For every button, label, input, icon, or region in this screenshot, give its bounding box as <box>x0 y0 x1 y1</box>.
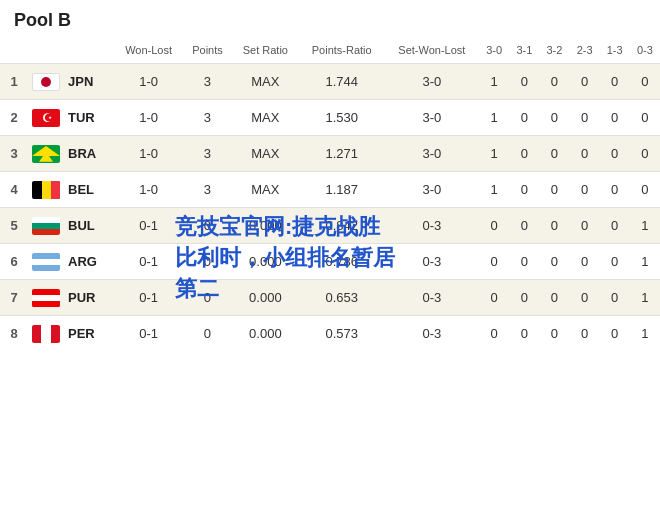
s13-cell: 0 <box>600 316 630 352</box>
won-lost-cell: 1-0 <box>114 64 183 100</box>
s23-cell: 0 <box>570 280 600 316</box>
rank-cell: 4 <box>0 172 28 208</box>
pool-title: Pool B <box>0 0 660 37</box>
s13-cell: 0 <box>600 208 630 244</box>
won-lost-cell: 0-1 <box>114 280 183 316</box>
s31-cell: 0 <box>509 100 539 136</box>
flag-cell <box>28 100 64 136</box>
s31-cell: 0 <box>509 136 539 172</box>
s30-cell: 0 <box>479 208 509 244</box>
header-s13: 1-3 <box>600 37 630 64</box>
bra-flag <box>32 145 60 163</box>
points-ratio-cell: 0.842 <box>299 208 385 244</box>
s13-cell: 0 <box>600 136 630 172</box>
points-cell: 3 <box>183 136 232 172</box>
s23-cell: 0 <box>570 172 600 208</box>
set-ratio-cell: 0.000 <box>232 316 299 352</box>
header-points-ratio: Points-Ratio <box>299 37 385 64</box>
table-row: 4BEL1-03MAX1.1873-0100000 <box>0 172 660 208</box>
won-lost-cell: 1-0 <box>114 136 183 172</box>
header-s23: 2-3 <box>570 37 600 64</box>
s23-cell: 0 <box>570 136 600 172</box>
points-ratio-cell: 0.786 <box>299 244 385 280</box>
points-ratio-cell: 1.530 <box>299 100 385 136</box>
s30-cell: 1 <box>479 64 509 100</box>
s31-cell: 0 <box>509 64 539 100</box>
set-won-lost-cell: 0-3 <box>385 280 480 316</box>
s32-cell: 0 <box>539 64 569 100</box>
header-s32: 3-2 <box>539 37 569 64</box>
s32-cell: 0 <box>539 172 569 208</box>
s32-cell: 0 <box>539 280 569 316</box>
s03-cell: 1 <box>630 280 660 316</box>
won-lost-cell: 1-0 <box>114 172 183 208</box>
flag-cell <box>28 244 64 280</box>
points-cell: 3 <box>183 172 232 208</box>
bul-flag <box>32 217 60 235</box>
team-name-cell: BEL <box>64 172 114 208</box>
won-lost-cell: 0-1 <box>114 316 183 352</box>
points-ratio-cell: 0.573 <box>299 316 385 352</box>
pur-flag <box>32 289 60 307</box>
s03-cell: 0 <box>630 172 660 208</box>
s32-cell: 0 <box>539 136 569 172</box>
set-ratio-cell: 0.000 <box>232 244 299 280</box>
s13-cell: 0 <box>600 172 630 208</box>
flag-cell <box>28 316 64 352</box>
header-set-ratio: Set Ratio <box>232 37 299 64</box>
flag-cell <box>28 136 64 172</box>
header-points: Points <box>183 37 232 64</box>
s31-cell: 0 <box>509 244 539 280</box>
bel-flag <box>32 181 60 199</box>
set-ratio-cell: 0.000 <box>232 280 299 316</box>
s23-cell: 0 <box>570 64 600 100</box>
rank-cell: 8 <box>0 316 28 352</box>
table-row: 5BUL0-100.0000.8420-3000001 <box>0 208 660 244</box>
table-row: 3BRA1-03MAX1.2713-0100000 <box>0 136 660 172</box>
header-rank <box>0 37 28 64</box>
set-won-lost-cell: 3-0 <box>385 64 480 100</box>
s32-cell: 0 <box>539 244 569 280</box>
team-name-cell: BUL <box>64 208 114 244</box>
set-won-lost-cell: 3-0 <box>385 100 480 136</box>
set-ratio-cell: MAX <box>232 100 299 136</box>
set-ratio-cell: MAX <box>232 172 299 208</box>
points-cell: 0 <box>183 208 232 244</box>
s03-cell: 1 <box>630 208 660 244</box>
flag-cell <box>28 280 64 316</box>
s03-cell: 1 <box>630 316 660 352</box>
s30-cell: 0 <box>479 244 509 280</box>
s31-cell: 0 <box>509 172 539 208</box>
s32-cell: 0 <box>539 100 569 136</box>
header-team <box>64 37 114 64</box>
arg-flag <box>32 253 60 271</box>
points-ratio-cell: 1.744 <box>299 64 385 100</box>
points-ratio-cell: 0.653 <box>299 280 385 316</box>
s23-cell: 0 <box>570 100 600 136</box>
s30-cell: 0 <box>479 280 509 316</box>
team-name-cell: PER <box>64 316 114 352</box>
rank-cell: 1 <box>0 64 28 100</box>
points-cell: 3 <box>183 64 232 100</box>
s13-cell: 0 <box>600 100 630 136</box>
won-lost-cell: 0-1 <box>114 208 183 244</box>
s13-cell: 0 <box>600 280 630 316</box>
header-set-won-lost: Set-Won-Lost <box>385 37 480 64</box>
table-row: 2TUR1-03MAX1.5303-0100000 <box>0 100 660 136</box>
set-ratio-cell: MAX <box>232 64 299 100</box>
flag-cell <box>28 172 64 208</box>
flag-cell <box>28 208 64 244</box>
s30-cell: 1 <box>479 172 509 208</box>
header-s03: 0-3 <box>630 37 660 64</box>
team-name-cell: PUR <box>64 280 114 316</box>
set-won-lost-cell: 0-3 <box>385 316 480 352</box>
won-lost-cell: 0-1 <box>114 244 183 280</box>
s13-cell: 0 <box>600 244 630 280</box>
per-flag <box>32 325 60 343</box>
s31-cell: 0 <box>509 280 539 316</box>
s23-cell: 0 <box>570 316 600 352</box>
rank-cell: 3 <box>0 136 28 172</box>
table-row: 6ARG0-100.0000.7860-3000001 <box>0 244 660 280</box>
jpn-flag <box>32 73 60 91</box>
set-ratio-cell: MAX <box>232 136 299 172</box>
